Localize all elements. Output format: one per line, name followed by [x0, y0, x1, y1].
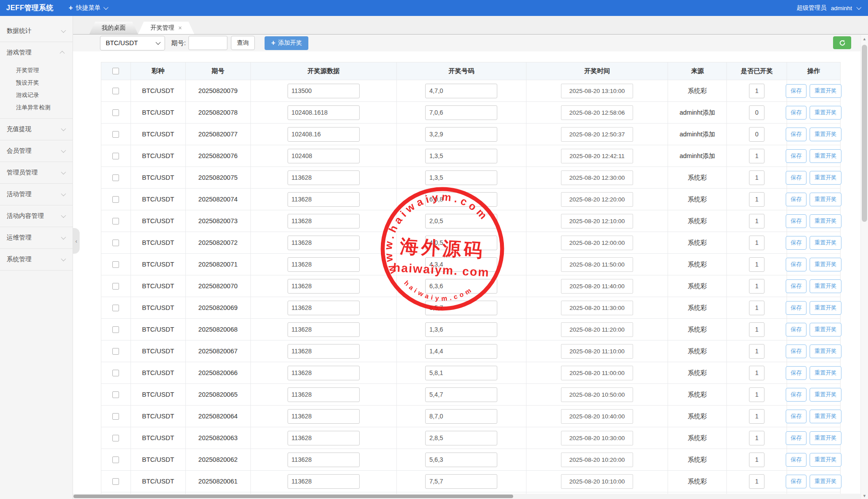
opened-flag-input[interactable]	[749, 474, 764, 489]
scroll-down-icon[interactable]: ▼	[861, 492, 868, 498]
opened-flag-input[interactable]	[749, 366, 764, 380]
reset-draw-button[interactable]: 重置开奖	[810, 431, 841, 445]
source-data-input[interactable]	[288, 322, 360, 337]
save-button[interactable]: 保存	[786, 431, 807, 445]
sidebar-group-6[interactable]: 活动内容管理	[0, 205, 73, 227]
source-data-input[interactable]	[288, 387, 360, 402]
reset-draw-button[interactable]: 重置开奖	[810, 301, 841, 315]
draw-numbers-input[interactable]	[425, 170, 497, 185]
draw-numbers-input[interactable]	[425, 431, 497, 445]
save-button[interactable]: 保存	[786, 344, 807, 358]
horizontal-scrollbar-thumb[interactable]	[73, 495, 513, 498]
source-data-input[interactable]	[288, 409, 360, 424]
source-data-input[interactable]	[288, 149, 360, 163]
close-icon[interactable]: ×	[178, 25, 182, 31]
row-checkbox[interactable]	[112, 305, 119, 311]
save-button[interactable]: 保存	[786, 475, 807, 488]
reset-draw-button[interactable]: 重置开奖	[810, 149, 841, 163]
save-button[interactable]: 保存	[786, 106, 807, 120]
sidebar-group-0[interactable]: 数据统计	[0, 20, 73, 42]
opened-flag-input[interactable]	[749, 279, 764, 294]
sidebar-item-预设开奖[interactable]: 预设开奖	[0, 77, 73, 89]
source-data-input[interactable]	[288, 301, 360, 315]
draw-numbers-input[interactable]	[425, 344, 497, 359]
reset-draw-button[interactable]: 重置开奖	[810, 258, 841, 271]
reset-draw-button[interactable]: 重置开奖	[810, 366, 841, 380]
source-data-input[interactable]	[288, 192, 360, 207]
row-checkbox[interactable]	[112, 391, 119, 398]
reset-draw-button[interactable]: 重置开奖	[810, 128, 841, 141]
reset-draw-button[interactable]: 重置开奖	[810, 323, 841, 337]
save-button[interactable]: 保存	[786, 214, 807, 228]
draw-numbers-input[interactable]	[425, 322, 497, 337]
source-data-input[interactable]	[288, 279, 360, 294]
draw-numbers-input[interactable]	[425, 474, 497, 489]
save-button[interactable]: 保存	[786, 128, 807, 141]
source-data-input[interactable]	[288, 431, 360, 445]
row-checkbox[interactable]	[112, 413, 119, 420]
opened-flag-input[interactable]	[749, 105, 764, 120]
row-checkbox[interactable]	[112, 196, 119, 203]
sidebar-group-2[interactable]: 充值提现	[0, 119, 73, 140]
save-button[interactable]: 保存	[786, 323, 807, 337]
reset-draw-button[interactable]: 重置开奖	[810, 84, 841, 98]
sidebar-group-7[interactable]: 运维管理	[0, 227, 73, 248]
opened-flag-input[interactable]	[749, 236, 764, 250]
row-checkbox[interactable]	[112, 261, 119, 268]
refresh-button[interactable]	[833, 36, 851, 49]
reset-draw-button[interactable]: 重置开奖	[810, 475, 841, 488]
vertical-scrollbar-thumb[interactable]	[862, 45, 867, 222]
save-button[interactable]: 保存	[786, 453, 807, 467]
sidebar-collapse-handle[interactable]: ‹	[73, 228, 80, 254]
reset-draw-button[interactable]: 重置开奖	[810, 193, 841, 206]
reset-draw-button[interactable]: 重置开奖	[810, 279, 841, 293]
sidebar-group-8[interactable]: 系统管理	[0, 249, 73, 270]
reset-draw-button[interactable]: 重置开奖	[810, 106, 841, 120]
save-button[interactable]: 保存	[786, 84, 807, 98]
sidebar-group-3[interactable]: 会员管理	[0, 140, 73, 162]
row-checkbox[interactable]	[112, 88, 119, 94]
sidebar-item-游戏记录[interactable]: 游戏记录	[0, 89, 73, 101]
row-checkbox[interactable]	[112, 435, 119, 441]
opened-flag-input[interactable]	[749, 214, 764, 228]
draw-numbers-input[interactable]	[425, 279, 497, 294]
quick-menu-button[interactable]: + 快捷菜单	[62, 0, 113, 16]
draw-numbers-input[interactable]	[425, 84, 497, 98]
tab-开奖管理[interactable]: 开奖管理×	[138, 22, 194, 34]
save-button[interactable]: 保存	[786, 236, 807, 250]
opened-flag-input[interactable]	[749, 257, 764, 272]
horizontal-scrollbar[interactable]	[73, 494, 860, 499]
reset-draw-button[interactable]: 重置开奖	[810, 410, 841, 423]
draw-numbers-input[interactable]	[425, 149, 497, 163]
issue-input[interactable]	[188, 36, 227, 50]
source-data-input[interactable]	[288, 366, 360, 380]
opened-flag-input[interactable]	[749, 344, 764, 359]
source-data-input[interactable]	[288, 474, 360, 489]
reset-draw-button[interactable]: 重置开奖	[810, 388, 841, 402]
sidebar-item-注单异常检测[interactable]: 注单异常检测	[0, 101, 73, 114]
save-button[interactable]: 保存	[786, 410, 807, 423]
source-data-input[interactable]	[288, 453, 360, 467]
scroll-up-icon[interactable]: ▲	[861, 35, 868, 41]
sidebar-group-4[interactable]: 管理员管理	[0, 162, 73, 183]
save-button[interactable]: 保存	[786, 388, 807, 402]
opened-flag-input[interactable]	[749, 170, 764, 185]
reset-draw-button[interactable]: 重置开奖	[810, 171, 841, 185]
save-button[interactable]: 保存	[786, 366, 807, 380]
row-checkbox[interactable]	[112, 478, 119, 485]
opened-flag-input[interactable]	[749, 192, 764, 207]
opened-flag-input[interactable]	[749, 387, 764, 402]
row-checkbox[interactable]	[112, 348, 119, 355]
source-data-input[interactable]	[288, 84, 360, 98]
row-checkbox[interactable]	[112, 109, 119, 116]
draw-numbers-input[interactable]	[425, 127, 497, 142]
source-data-input[interactable]	[288, 344, 360, 359]
draw-numbers-input[interactable]	[425, 301, 497, 315]
user-menu[interactable]: 超级管理员 adminht	[788, 0, 868, 16]
opened-flag-input[interactable]	[749, 322, 764, 337]
source-data-input[interactable]	[288, 214, 360, 228]
draw-numbers-input[interactable]	[425, 453, 497, 467]
draw-numbers-input[interactable]	[425, 257, 497, 272]
row-checkbox[interactable]	[112, 131, 119, 138]
query-button[interactable]: 查询	[231, 36, 255, 50]
